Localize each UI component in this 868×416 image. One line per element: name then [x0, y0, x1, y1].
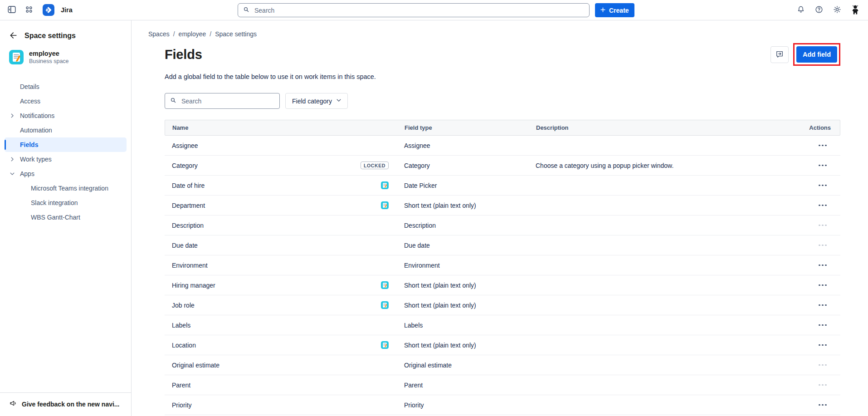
- field-type: Description: [397, 222, 531, 229]
- row-actions-button[interactable]: [816, 282, 829, 289]
- field-name: Location: [172, 342, 196, 349]
- give-feedback-link[interactable]: Give feedback on the new navi...: [0, 392, 131, 416]
- field-name: Priority: [172, 401, 192, 409]
- create-button-label: Create: [609, 7, 629, 14]
- row-actions-button[interactable]: [816, 162, 829, 169]
- row-actions-button[interactable]: [816, 202, 829, 209]
- sidebar-item-automation[interactable]: Automation: [5, 123, 127, 137]
- global-search-input[interactable]: [254, 6, 585, 15]
- field-name: Category: [172, 162, 198, 169]
- row-actions-button[interactable]: [816, 182, 829, 189]
- sidebar-item-label: WBS Gantt-Chart: [31, 214, 80, 221]
- page-title: Fields: [165, 47, 202, 62]
- row-actions-button[interactable]: [816, 242, 829, 249]
- back-button[interactable]: [8, 30, 19, 41]
- row-actions-button[interactable]: [816, 342, 829, 349]
- row-actions-button[interactable]: [816, 222, 829, 229]
- sidebar-item-label: Access: [20, 98, 40, 105]
- jira-logo[interactable]: [43, 4, 54, 16]
- sidebar-item-apps[interactable]: Apps: [5, 166, 127, 181]
- give-feedback-label: Give feedback on the new navi...: [22, 401, 120, 408]
- search-icon: [243, 6, 250, 15]
- field-name: Description: [172, 222, 204, 229]
- help-button[interactable]: [812, 3, 826, 17]
- profile-avatar[interactable]: [848, 3, 863, 17]
- sidebar-item-notifications[interactable]: Notifications: [5, 108, 127, 123]
- gear-icon: [833, 5, 842, 15]
- row-actions-button[interactable]: [816, 382, 829, 389]
- sidebar-nav: Details Access Notifications Automation …: [0, 74, 131, 389]
- breadcrumb: Spaces / employee / Space settings: [148, 30, 840, 38]
- breadcrumb-separator: /: [210, 30, 211, 38]
- chevron-down-icon: [336, 97, 342, 105]
- fields-search-input[interactable]: [180, 97, 275, 105]
- space-field-icon: [381, 301, 389, 309]
- app-switcher-button[interactable]: [22, 3, 36, 17]
- sidebar-item-slack-integration[interactable]: Slack integration: [25, 196, 127, 210]
- sidebar-item-access[interactable]: Access: [5, 94, 127, 108]
- space-field-icon: [381, 281, 389, 289]
- table-row: Priority Priority: [165, 395, 840, 415]
- field-type: Short text (plain text only): [397, 202, 531, 209]
- sidebar-item-label: Notifications: [20, 112, 54, 119]
- row-actions-button[interactable]: [816, 302, 829, 309]
- create-button[interactable]: Create: [595, 3, 634, 17]
- row-actions-button[interactable]: [816, 322, 829, 329]
- row-actions-button[interactable]: [816, 401, 829, 409]
- breadcrumb-space-settings[interactable]: Space settings: [215, 30, 257, 38]
- table-row: Parent Parent: [165, 375, 840, 395]
- field-type: Original estimate: [397, 362, 531, 369]
- field-type: Parent: [397, 382, 531, 389]
- sidebar-item-work-types[interactable]: Work types: [5, 152, 127, 166]
- field-type: Short text (plain text only): [397, 282, 531, 289]
- fields-table-body: Assignee Assignee Catego: [165, 136, 840, 416]
- top-navigation-bar: Jira Create: [0, 0, 868, 20]
- sidebar-item-label: Apps: [20, 170, 34, 177]
- field-name: Environment: [172, 262, 208, 269]
- app-name: Jira: [61, 6, 73, 14]
- sidebar-collapse-button[interactable]: [5, 3, 19, 17]
- field-name: Original estimate: [172, 362, 219, 369]
- sidebar-item-details[interactable]: Details: [5, 79, 127, 94]
- global-search[interactable]: [238, 3, 590, 17]
- table-row: Hiring manager Short text (plain text on…: [165, 275, 840, 295]
- back-arrow-icon: [9, 31, 18, 41]
- space-field-icon: [381, 341, 389, 349]
- sidebar-item-label: Microsoft Teams integration: [31, 185, 108, 192]
- field-type: Due date: [397, 242, 531, 249]
- sidebar-item-label: Fields: [20, 141, 38, 148]
- table-row: Due date Due date: [165, 235, 840, 255]
- chevron-right-icon: [9, 113, 15, 119]
- question-circle-icon: [814, 5, 824, 15]
- sidebar-item-wbs-gantt-chart[interactable]: WBS Gantt-Chart: [25, 210, 127, 225]
- chevron-down-icon: [9, 171, 15, 177]
- chevron-right-icon: [9, 156, 15, 162]
- table-row: Date of hire Date Picker: [165, 176, 840, 196]
- field-type: Date Picker: [397, 182, 531, 189]
- settings-button[interactable]: [830, 3, 844, 17]
- notifications-button[interactable]: [794, 3, 808, 17]
- row-actions-button[interactable]: [816, 142, 829, 149]
- feedback-button[interactable]: [770, 46, 789, 63]
- breadcrumb-spaces[interactable]: Spaces: [148, 30, 170, 38]
- sidebar-item-label: Automation: [20, 127, 52, 134]
- field-category-dropdown[interactable]: Field category: [285, 93, 348, 109]
- sidebar-item-fields[interactable]: Fields: [5, 137, 127, 152]
- table-row: Job role Short text (plain text only): [165, 295, 840, 315]
- add-field-button[interactable]: Add field: [796, 46, 837, 63]
- row-actions-button[interactable]: [816, 262, 829, 269]
- field-name: Parent: [172, 382, 190, 389]
- feedback-bubble-icon: [775, 49, 784, 60]
- field-type: Short text (plain text only): [397, 302, 531, 309]
- field-name: Due date: [172, 242, 198, 249]
- space-settings-sidebar: Space settings employee Business space D…: [0, 20, 132, 416]
- field-type: Category: [397, 162, 531, 169]
- search-icon: [170, 97, 177, 106]
- fields-search[interactable]: [165, 93, 280, 109]
- app-switcher-icon: [24, 5, 34, 15]
- field-name: Department: [172, 202, 205, 209]
- breadcrumb-employee[interactable]: employee: [179, 30, 206, 38]
- sidebar-item-ms-teams-integration[interactable]: Microsoft Teams integration: [25, 181, 127, 196]
- row-actions-button[interactable]: [816, 362, 829, 369]
- table-row: Location Short text (plain text only): [165, 335, 840, 355]
